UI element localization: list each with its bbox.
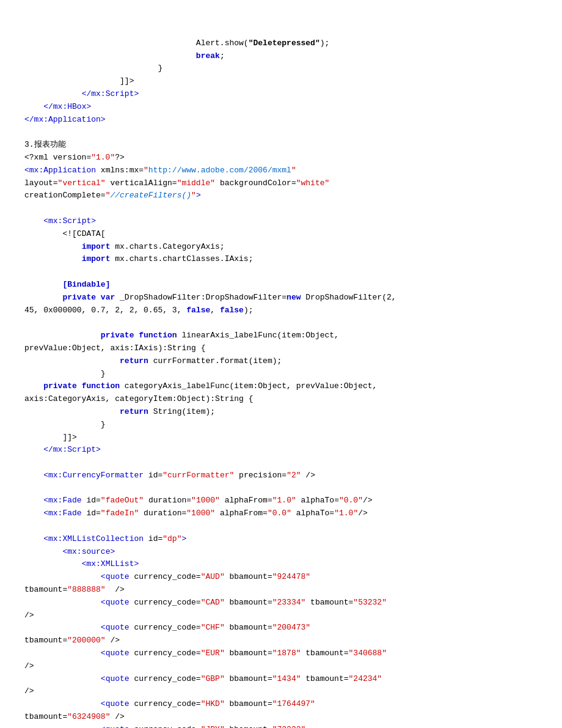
code-indent	[24, 102, 43, 111]
code-indent	[24, 216, 43, 226]
code-tag: >	[196, 191, 201, 200]
code-indent	[24, 509, 43, 518]
code-string: "vertical"	[58, 178, 106, 188]
code-text: currency_code=	[130, 725, 201, 728]
code-keyword: private	[62, 293, 96, 302]
section-header: 3.报表功能	[24, 140, 66, 149]
code-tag: <quote	[101, 725, 130, 728]
code-indent	[24, 420, 101, 429]
code-string: "fadeOut"	[101, 496, 144, 505]
code-string: "200000"	[67, 636, 105, 645]
code-tag: <mx:CurrencyFormatter	[43, 471, 144, 480]
code-cdata-end: ]]>	[120, 76, 134, 86]
code-brace: }	[101, 369, 106, 378]
code-text: mx.charts.CategoryAxis;	[110, 242, 224, 251]
code-string: "middle"	[177, 178, 215, 188]
code-text: bbamount=	[225, 725, 272, 728]
code-string: "1878"	[272, 649, 301, 658]
code-annotation: [Bindable]	[62, 280, 110, 289]
code-tag: <mx:Application	[24, 166, 96, 175]
code-text: currFormatter.format(item);	[148, 356, 282, 366]
code-string: "CAD"	[201, 598, 225, 607]
code-string: "GBP"	[201, 674, 225, 683]
code-text: String(item);	[148, 407, 215, 416]
code-text: alphaFrom=	[220, 496, 272, 505]
code-indent	[24, 39, 196, 48]
code-indent	[24, 381, 43, 391]
code-indent	[24, 725, 101, 728]
code-keyword: private	[43, 381, 77, 391]
code-text: id=	[82, 509, 101, 518]
code-indent	[24, 699, 101, 708]
code-xml-decl: <?xml version=	[24, 153, 91, 162]
code-text: />	[106, 585, 125, 594]
code-text: duration=	[144, 496, 191, 505]
code-keyword: private	[101, 331, 134, 340]
code-text: currency_code=	[130, 699, 201, 708]
code-text	[77, 381, 82, 391]
code-text: layout=	[24, 178, 58, 188]
code-string: "924478"	[272, 572, 310, 581]
code-string: "1000"	[191, 496, 220, 505]
code-string: "1.0"	[334, 509, 358, 518]
code-text	[96, 293, 101, 302]
code-indent	[24, 76, 120, 86]
code-text: categoryAxis_labelFunc(item:Object, prev…	[120, 381, 377, 391]
code-text: prevValue:Object, axis:IAxis):String {	[24, 344, 205, 353]
code-brace: }	[158, 64, 162, 73]
code-string: "white"	[296, 178, 330, 188]
code-text: ?>	[115, 153, 125, 162]
code-text: );	[320, 39, 330, 48]
code-indent	[24, 369, 101, 378]
code-text: 45, 0x000000, 0.7, 2, 2, 0.65, 3,	[24, 306, 186, 315]
code-string: "23334"	[272, 598, 306, 607]
code-indent	[24, 229, 62, 238]
code-text: DropShadowFilter(2,	[301, 293, 396, 302]
code-text: tbamount=	[24, 636, 67, 645]
code-text: linearAxis_labelFunc(item:Object,	[177, 331, 339, 340]
code-tag: <quote	[101, 649, 130, 658]
code-text: currency_code=	[130, 623, 201, 632]
code-keyword: import	[82, 254, 111, 263]
code-tag: <mx:Script>	[43, 216, 96, 226]
code-text: />	[301, 471, 315, 480]
code-text: />	[358, 509, 368, 518]
code-string: "1434"	[272, 674, 301, 683]
code-text: id=	[144, 471, 162, 480]
code-indent	[24, 559, 82, 568]
code-indent	[24, 496, 43, 505]
code-indent	[24, 356, 120, 366]
code-string: "1.0"	[91, 153, 115, 162]
code-tag: <quote	[101, 674, 130, 683]
code-indent	[24, 51, 196, 61]
code-text: duration=	[139, 509, 186, 518]
code-text: mx.charts.chartClasses.IAxis;	[110, 254, 253, 263]
code-string: "2"	[286, 471, 301, 480]
code-text: _DropShadowFilter:DropShadowFilter=	[115, 293, 286, 302]
code-keyword: function	[139, 331, 177, 340]
code-text: creationComplete=	[24, 191, 106, 200]
code-text: Alert.show(	[196, 39, 249, 48]
code-text: />	[110, 712, 124, 721]
code-indent	[24, 534, 43, 543]
code-tag: <quote	[101, 623, 130, 632]
code-tag: <quote	[101, 572, 130, 581]
code-text: bbamount=	[225, 699, 272, 708]
code-indent	[24, 649, 101, 658]
code-string: "0.0"	[268, 509, 291, 518]
code-text: tbamount=	[305, 598, 353, 607]
code-tag: </mx:Script>	[43, 445, 101, 454]
code-cdata: <![CDATA[	[62, 229, 105, 238]
code-text: />	[24, 611, 34, 620]
code-cdata-end: ]]>	[62, 433, 76, 442]
code-keyword: return	[120, 407, 148, 416]
code-keyword: import	[82, 242, 111, 251]
code-string: "CHF"	[201, 623, 225, 632]
code-keyword: false	[186, 306, 210, 315]
code-editor: Alert.show("Deletepressed"); break; } ]]…	[24, 24, 538, 728]
code-tag: >	[181, 534, 186, 543]
code-keyword: return	[120, 356, 148, 366]
code-indent	[24, 572, 101, 581]
code-text: tbamount=	[24, 712, 67, 721]
code-indent	[24, 445, 43, 454]
